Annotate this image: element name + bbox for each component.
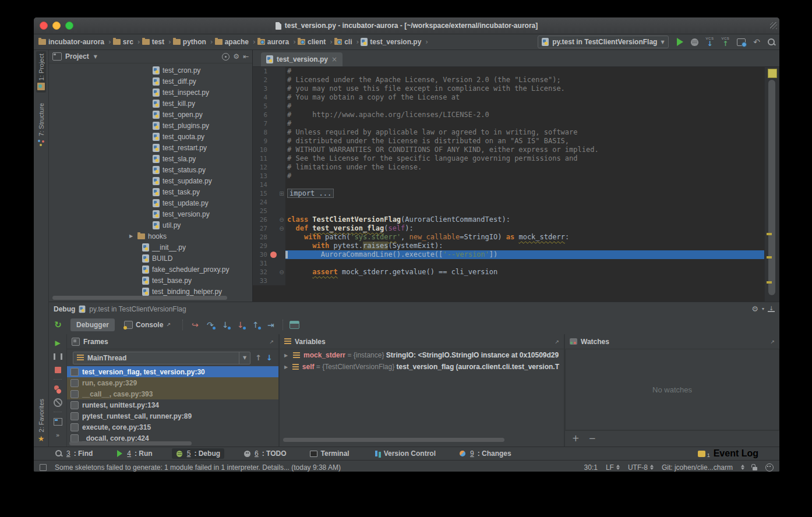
breadcrumb-item[interactable]: client › (298, 38, 333, 46)
breadcrumb-item[interactable]: aurora › (257, 38, 296, 46)
tree-item[interactable]: test_inspect.py (49, 87, 252, 98)
search-everywhere-button[interactable] (768, 38, 775, 45)
gutter[interactable]: 10 (253, 146, 285, 154)
sort-arrows-icon[interactable] (741, 465, 744, 470)
breakpoint-dot[interactable] (269, 242, 278, 250)
tree-item[interactable]: test_supdate.py (49, 175, 252, 186)
fold-marker-icon[interactable]: ⊖ (278, 268, 285, 277)
code-line[interactable]: 14 (253, 180, 764, 189)
git-branch-widget[interactable]: Git: jcohen/clie...charm (662, 463, 733, 472)
code-line[interactable]: 24 (253, 198, 764, 207)
tree-item[interactable]: test_plugins.py (49, 120, 252, 131)
gutter[interactable]: 28 (253, 233, 285, 242)
warning-stripe-mark[interactable] (767, 281, 772, 284)
gutter[interactable]: 2 (253, 76, 285, 84)
chevron-down-icon[interactable]: ▼ (94, 54, 97, 59)
float-panel-icon[interactable]: ↗ (770, 339, 775, 345)
code-line[interactable]: 4 # You may obtain a copy of the License… (253, 93, 764, 102)
stack-frame-row[interactable]: __call__, case.py:393 (67, 388, 278, 399)
tree-item[interactable]: test_status.py (49, 164, 252, 175)
code-line[interactable]: 7 # (253, 119, 764, 128)
gutter[interactable]: 8 (253, 128, 285, 137)
breakpoint-dot[interactable] (269, 154, 278, 163)
code-line[interactable]: 2 # Licensed under the Apache License, V… (253, 76, 764, 84)
debug-button[interactable] (691, 38, 698, 46)
gutter[interactable]: 26 ⊖ (253, 215, 285, 224)
minimize-window-button[interactable] (52, 22, 61, 30)
hide-panel-icon[interactable]: ⇤ (243, 52, 249, 61)
event-log-button[interactable]: 1 Event Log (698, 448, 758, 459)
breakpoint-dot[interactable] (269, 180, 278, 189)
code-line[interactable]: 32 ⊖ assert mock_stderr.getvalue() == cl… (253, 268, 764, 277)
caret-position[interactable]: 30:1 (584, 463, 598, 472)
horizontal-scrollbar[interactable] (69, 441, 192, 445)
code-line[interactable]: 31 (253, 259, 764, 268)
tab-console[interactable]: Console ↗ (118, 318, 176, 331)
breakpoint-dot[interactable] (269, 215, 278, 224)
code-line[interactable]: 25 (253, 207, 764, 215)
gutter[interactable]: 29 (253, 242, 285, 250)
breakpoint-dot[interactable] (269, 146, 278, 154)
view-breakpoints-button[interactable] (54, 385, 61, 393)
code-line[interactable]: 6 # http://www.apache.org/licenses/LICEN… (253, 111, 764, 119)
toolwindow-button[interactable]: 9: Changes (455, 448, 516, 459)
tree-item[interactable]: test_base.py (49, 275, 252, 286)
gutter[interactable]: 7 (253, 119, 285, 128)
code-line[interactable]: 33 (253, 277, 764, 285)
breakpoint-dot[interactable] (269, 76, 278, 84)
tree-item[interactable]: test_open.py (49, 109, 252, 120)
next-frame-button[interactable]: ↓ (266, 353, 273, 362)
stack-frame-row[interactable]: execute, core.py:315 (67, 422, 278, 433)
code-line[interactable]: 29 with pytest.raises(SystemExit): (253, 242, 764, 250)
tree-item[interactable]: ▶ hooks (49, 231, 252, 242)
tree-item[interactable]: test_cron.py (49, 65, 252, 76)
code-line[interactable]: 26 ⊖ class TestClientVersionFlag(AuroraC… (253, 215, 764, 224)
toggle-toolwindows-button[interactable] (40, 464, 47, 471)
status-message[interactable]: Some skeletons failed to generate: 1 mod… (55, 463, 576, 472)
code-line[interactable]: 11 # See the License for the specific la… (253, 154, 764, 163)
tree-item[interactable]: test_binding_helper.py (49, 286, 252, 297)
toolwindow-button[interactable]: 5: Debug (172, 448, 224, 459)
step-into-button[interactable]: ↓ (220, 319, 231, 331)
breadcrumb-item[interactable]: test › (142, 38, 171, 46)
run-configuration-selector[interactable]: py.test in TestClientVersionFlag ▼ (538, 36, 668, 48)
step-out-button[interactable]: ↑ (250, 319, 262, 331)
gutter[interactable]: 30 (253, 250, 285, 259)
breakpoint-dot[interactable] (269, 163, 278, 172)
stack-frame-row[interactable]: runtest, unittest.py:134 (67, 399, 278, 410)
mute-breakpoints-button[interactable] (54, 398, 62, 406)
gutter[interactable]: 3 (253, 84, 285, 93)
restore-layout-button[interactable] (54, 417, 62, 426)
code-line[interactable]: 30 AuroraCommandLine().execute(['--versi… (253, 250, 764, 259)
more-actions-button[interactable]: » (56, 431, 60, 439)
breakpoint-dot[interactable] (269, 119, 278, 128)
vertical-scrollbar[interactable] (768, 80, 775, 295)
highlighting-level-icon[interactable] (765, 463, 774, 472)
breadcrumb-item[interactable]: incubator-aurora › (38, 38, 111, 46)
gutter[interactable]: 9 (253, 137, 285, 146)
tree-item[interactable]: test_task.py (49, 186, 252, 197)
resume-button[interactable]: ▶ (55, 339, 60, 347)
fold-marker-icon[interactable]: ⊖ (278, 215, 285, 224)
tree-item[interactable]: test_kill.py (49, 98, 252, 109)
force-step-into-button[interactable]: ↓ (235, 319, 246, 331)
undo-button[interactable]: ↶ (753, 37, 760, 47)
gutter[interactable]: 33 (253, 277, 285, 285)
gutter[interactable]: 12 (253, 163, 285, 172)
gutter[interactable]: 11 (253, 154, 285, 163)
breakpoint-dot[interactable] (269, 268, 278, 277)
lock-icon[interactable] (753, 467, 757, 470)
fold-marker-icon[interactable]: ⊞ (278, 189, 285, 198)
variable-row[interactable]: ▶ mock_stderr = {instance} StringIO: <St… (280, 349, 564, 361)
breakpoint-dot[interactable] (269, 198, 278, 207)
breakpoint-dot[interactable] (269, 189, 278, 198)
gutter[interactable]: 24 (253, 198, 285, 207)
update-project-button[interactable]: VCS↓ (706, 37, 714, 47)
toolwindow-button[interactable]: 4: Run (112, 448, 156, 459)
code-line[interactable]: 9 # distributed under the License is dis… (253, 137, 764, 146)
tree-item[interactable]: __init__.py (49, 242, 252, 253)
add-watch-button[interactable]: + (572, 434, 580, 443)
gear-icon[interactable]: ⚙ (233, 52, 239, 61)
gutter[interactable]: 1 (253, 67, 285, 76)
breadcrumb-item[interactable]: test_version.py › (361, 38, 428, 46)
